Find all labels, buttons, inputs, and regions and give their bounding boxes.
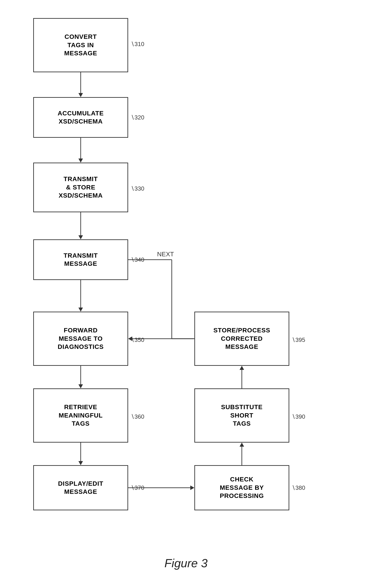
ref-360: ∖360 [131, 413, 144, 420]
box-380: CHECK MESSAGE BY PROCESSING [194, 465, 289, 510]
svg-marker-5 [78, 235, 83, 239]
svg-marker-11 [78, 461, 83, 465]
ref-370: ∖370 [131, 484, 144, 491]
ref-390: ∖390 [292, 413, 305, 420]
svg-marker-17 [240, 366, 244, 370]
box-320: ACCUMULATE XSD/SCHEMA [33, 97, 128, 138]
svg-marker-15 [240, 442, 244, 447]
next-label: NEXT [157, 251, 174, 258]
box-370: DISPLAY/EDIT MESSAGE [33, 465, 128, 510]
svg-marker-13 [190, 485, 194, 490]
box-350: FORWARD MESSAGE TO DIAGNOSTICS [33, 312, 128, 366]
ref-395: ∖395 [292, 336, 305, 344]
box-340: TRANSMIT MESSAGE [33, 239, 128, 280]
svg-marker-9 [78, 384, 83, 388]
figure-caption: Figure 3 [164, 556, 208, 570]
svg-marker-1 [78, 93, 83, 97]
ref-310: ∖310 [131, 41, 144, 48]
ref-320: ∖320 [131, 114, 144, 121]
box-310: CONVERT TAGS IN MESSAGE [33, 18, 128, 72]
diagram-container: NEXT CONVERT TAGS IN MESSAGE ∖310 ACCUMU… [0, 0, 372, 588]
box-360: RETRIEVE MEANINGFUL TAGS [33, 388, 128, 442]
box-395: STORE/PROCESS CORRECTED MESSAGE [194, 312, 289, 366]
svg-marker-7 [78, 307, 83, 312]
box-330: TRANSMIT & STORE XSD/SCHEMA [33, 163, 128, 212]
svg-marker-3 [78, 158, 83, 163]
ref-380: ∖380 [292, 484, 305, 491]
box-390: SUBSTITUTE SHORT TAGS [194, 388, 289, 442]
ref-350: ∖350 [131, 336, 144, 344]
ref-330: ∖330 [131, 185, 144, 192]
ref-340: ∖340 [131, 256, 144, 263]
